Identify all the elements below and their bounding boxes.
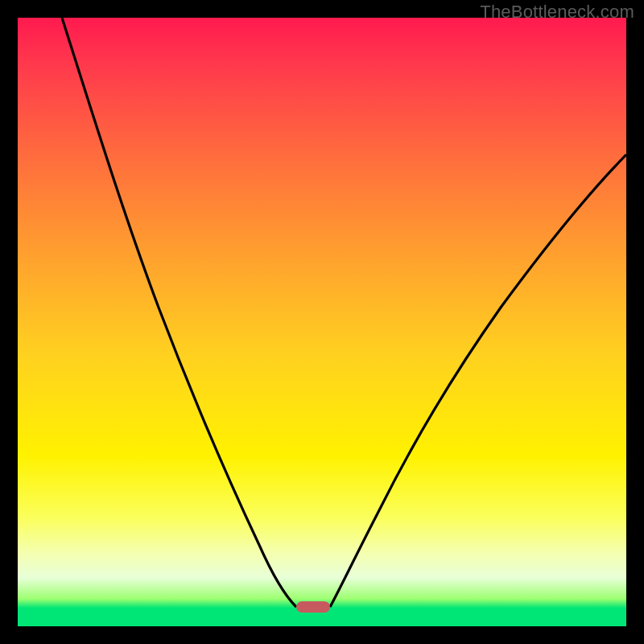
left-curve bbox=[62, 18, 296, 607]
watermark-text: TheBottleneck.com bbox=[480, 2, 634, 23]
optimal-range-marker bbox=[296, 601, 330, 613]
plot-area bbox=[18, 18, 626, 626]
right-curve bbox=[330, 155, 626, 607]
bottleneck-curves bbox=[18, 18, 626, 626]
